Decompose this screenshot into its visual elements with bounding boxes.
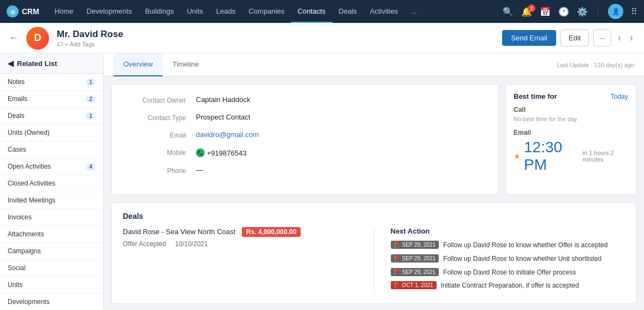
field-label-contact-type: Contact Type [125,113,196,122]
best-time-today-button[interactable]: Today [611,93,628,100]
next-action-title: Next Action [391,227,625,235]
field-contact-owner: Contact Owner Captain Haddock [125,96,485,104]
deal-amount: Rs. 4,000,000.00 [242,227,301,237]
best-time-email-label: Email [514,129,628,136]
notifications-icon[interactable]: 🔔 2 [521,7,532,17]
next-record-button[interactable]: › [628,32,635,44]
sidebar-item-cases[interactable]: Cases [0,141,103,158]
search-icon[interactable]: 🔍 [503,7,514,17]
sidebar-item-invoices-label: Invoices [8,213,32,221]
deal-name-row: David Rose - Sea View North Coast Rs. 4,… [123,227,357,237]
action-flag-3: 🚩 [394,282,401,288]
best-time-call-label: Call [514,106,628,114]
field-label-phone: Phone [125,166,196,175]
sidebar-item-campaigns-label: Campaigns [8,247,41,255]
nav-developments[interactable]: Developments [80,0,139,23]
nav-buildings[interactable]: Buildings [139,0,181,23]
sidebar-item-emails-label: Emails [8,95,27,103]
tab-timeline[interactable]: Timeline [163,53,209,76]
mobile-number: +919876543 [207,149,247,157]
add-tags-label: + Add Tags [65,41,95,47]
add-tags[interactable]: 🏷 + Add Tags [57,41,494,47]
action-flag-1: 🚩 [394,255,401,261]
sidebar-item-invited-meetings-label: Invited Meetings [8,196,55,204]
settings-icon[interactable]: ⚙️ [577,7,588,17]
action-date-0: 🚩 SEP 29, 2021 [391,241,439,249]
sidebar-item-developments-label: Developments [8,298,50,306]
deal-status: Offer Accepted 10/10/2021 [123,240,357,248]
email-link[interactable]: davidro@gmail.com [196,130,259,139]
action-date-3: 🚩 OCT 1, 2021 [391,281,437,289]
sidebar-item-campaigns[interactable]: Campaigns [0,243,103,260]
sidebar-item-deals[interactable]: Deals 1 [0,108,103,124]
best-time-email-time: ★ 12:30 PM in 1 hours 2 minutes [514,139,628,174]
action-date-text-0: SEP 29, 2021 [402,242,436,248]
clock-icon[interactable]: 🕐 [558,7,569,17]
sidebar-item-cases-label: Cases [8,146,26,153]
tab-overview[interactable]: Overview [114,53,163,76]
sidebar-item-invited-meetings[interactable]: Invited Meetings [0,192,103,209]
nav-companies[interactable]: Companies [242,0,291,23]
action-date-2: 🚩 SEP 29, 2021 [391,268,439,276]
calendar-icon[interactable]: 📅 [540,7,551,17]
nav-deals[interactable]: Deals [332,0,363,23]
nav-activities[interactable]: Activities [363,0,404,23]
nav-home[interactable]: Home [48,0,80,23]
tabs: Overview Timeline [114,53,209,76]
sidebar-item-closed-activities[interactable]: Closed Activities [0,175,103,192]
nav-units[interactable]: Units [180,0,210,23]
sidebar-item-attachments[interactable]: Attachments [0,226,103,243]
edit-button[interactable]: Edit [560,29,589,46]
field-value-email[interactable]: davidro@gmail.com [196,130,259,139]
sidebar-item-emails[interactable]: Emails 2 [0,91,103,108]
field-contact-type: Contact Type Prospect Contact [125,113,485,122]
field-label-email: Email [125,130,196,139]
action-text-2: Follow up David Rose to initiate Offer p… [443,268,576,277]
sidebar-item-units-owned[interactable]: Units (Owned) [0,124,103,141]
star-icon: ★ [514,152,521,160]
sidebar-badge-deals: 1 [86,112,96,120]
sidebar-badge-emails: 2 [86,96,96,103]
contact-info: Mr. David Rose 🏷 + Add Tags [57,29,494,47]
sidebar: ◀ Related List Notes 1 Emails 2 Deals 1 … [0,53,104,310]
logo-text: CRM [22,7,39,16]
nav-contacts[interactable]: Contacts [291,0,332,23]
nav-leads[interactable]: Leads [210,0,242,23]
action-item-1: 🚩 SEP 29, 2021 Follow up David Rose to k… [391,254,625,264]
nav-more[interactable]: ... [404,0,424,23]
sidebar-item-open-activities[interactable]: Open Activities 4 [0,158,103,175]
user-avatar[interactable]: 👤 [608,4,623,19]
action-date-text-2: SEP 29, 2021 [402,269,436,275]
action-flag-0: 🚩 [394,242,401,248]
send-email-button[interactable]: Send Email [502,30,556,46]
action-flag-2: 🚩 [394,269,401,275]
deals-section-title: Deals [123,212,625,220]
sidebar-item-units[interactable]: Units [0,277,103,294]
last-update-text: Last Update : 110 day(s) ago [557,62,634,68]
action-item-0: 🚩 SEP 29, 2021 Follow up David Rose to k… [391,241,625,250]
field-value-phone: — [196,166,203,175]
action-date-text-1: SEP 29, 2021 [402,255,436,261]
action-date-1: 🚩 SEP 29, 2021 [391,254,439,263]
best-time-call-section: Call No best time for the day [514,106,628,122]
back-button[interactable]: ← [9,32,19,44]
action-text-1: Follow up David Rose to know whether Uni… [443,254,601,264]
field-phone: Phone — [125,166,485,175]
deal-name: David Rose - Sea View North Coast [123,228,235,236]
sidebar-item-notes[interactable]: Notes 1 [0,74,103,91]
sidebar-item-invoices[interactable]: Invoices [0,209,103,226]
field-value-contact-type: Prospect Contact [196,113,251,122]
sidebar-item-social-label: Social [8,264,26,272]
prev-record-button[interactable]: ‹ [616,32,623,44]
sidebar-item-developments[interactable]: Developments [0,294,103,310]
phone-dot-icon: 📞 [196,148,205,157]
sidebar-badge-notes: 1 [86,79,96,86]
action-text-3: Initiate Contract Preparation, if offer … [441,281,579,290]
sidebar-toggle-icon: ◀ [8,59,14,68]
grid-icon[interactable]: ⠿ [631,7,637,17]
sidebar-item-attachments-label: Attachments [8,230,44,238]
sidebar-item-notes-label: Notes [8,78,25,86]
sidebar-item-social[interactable]: Social [0,260,103,277]
header-actions: Send Email Edit ··· ‹ › [502,29,635,46]
more-options-button[interactable]: ··· [593,29,611,46]
